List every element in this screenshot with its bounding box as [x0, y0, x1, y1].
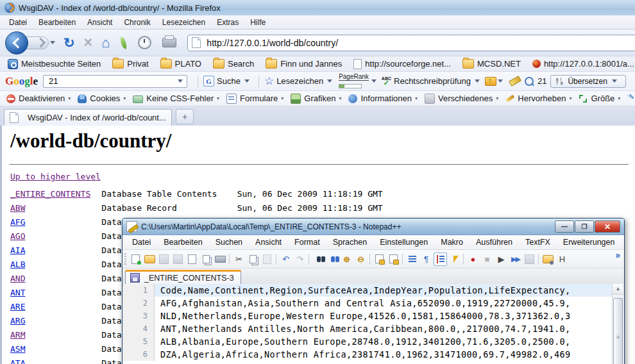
- menu-item[interactable]: Einstellungen: [374, 237, 434, 247]
- menu-item[interactable]: Sprachen: [327, 237, 373, 247]
- chevron-down-icon[interactable]: [327, 79, 332, 83]
- menu-item[interactable]: Lesezeichen: [157, 17, 210, 28]
- scrollbar-thumb[interactable]: ≡: [613, 298, 623, 364]
- line-text[interactable]: AFG,Afghanistan,Asia,Southern and Centra…: [155, 297, 623, 310]
- undo-icon[interactable]: ↶: [279, 252, 292, 266]
- menu-item[interactable]: Fenster: [622, 237, 625, 247]
- line-text[interactable]: ALB,Albania,Europe,Southern Europe,28748…: [155, 335, 623, 348]
- feed-leaf-icon[interactable]: [119, 37, 128, 49]
- directory-entry-link[interactable]: AND: [10, 274, 25, 283]
- menu-item[interactable]: Bearbeiten: [33, 17, 81, 28]
- scroll-up-arrow[interactable]: ▲: [613, 284, 623, 295]
- chevron-down-icon[interactable]: [612, 79, 617, 83]
- webdev-menu-item[interactable]: Größe: [576, 94, 623, 103]
- indent-guide-icon[interactable]: [434, 252, 447, 266]
- new-file-icon[interactable]: [129, 252, 142, 266]
- menu-item[interactable]: Ausführen: [470, 237, 518, 247]
- menu-item[interactable]: Makro: [435, 237, 469, 247]
- firefox-titlebar[interactable]: WsgiDAV - Index of /world-db/country/ - …: [0, 0, 635, 15]
- google-search-box[interactable]: [43, 75, 187, 88]
- menu-item[interactable]: Bearbeiten: [158, 237, 208, 247]
- sync-vertical-scroll-icon[interactable]: [373, 252, 386, 266]
- webdev-menu-item[interactable]: Hervorheben: [503, 94, 574, 103]
- paste-icon[interactable]: [260, 252, 274, 266]
- bookmark-item[interactable]: http://sourceforge.net...: [350, 58, 455, 70]
- directory-entry-link[interactable]: _ENTIRE_CONTENTS: [10, 189, 90, 199]
- menu-item[interactable]: Ansicht: [82, 17, 117, 28]
- history-dropdown[interactable]: [50, 41, 55, 44]
- directory-entry-link[interactable]: ARG: [10, 316, 25, 326]
- line-text[interactable]: Code,Name,Continent,Region,SurfaceArea,I…: [155, 284, 623, 297]
- document-tab[interactable]: _ENTIRE_CONTENTS-3: [125, 270, 241, 285]
- cut-icon[interactable]: ✂: [232, 252, 246, 266]
- up-to-higher-level-link[interactable]: Up to higher level: [10, 172, 101, 181]
- send-to-icon[interactable]: [485, 77, 496, 86]
- directory-entry-link[interactable]: AGO: [10, 231, 25, 241]
- webdev-menu-item[interactable]: Formulare: [224, 94, 286, 104]
- menu-item[interactable]: Chronik: [119, 17, 155, 28]
- back-button[interactable]: [5, 31, 28, 54]
- chevron-down-icon[interactable]: [498, 79, 503, 83]
- google-search-input[interactable]: [47, 76, 176, 87]
- translate-button[interactable]: ai7ä Übersetzen: [550, 75, 625, 88]
- find-counter[interactable]: 21: [523, 76, 548, 86]
- plugins-folder-icon[interactable]: [541, 252, 555, 266]
- close-button[interactable]: ✕: [595, 220, 620, 233]
- menu-item[interactable]: Suchen: [210, 237, 248, 247]
- line-text[interactable]: NLD,Netherlands,Europe,Western Europe,41…: [155, 310, 623, 322]
- notepad-titlebar[interactable]: C:\Users\Martin\AppData\Local\Temp\_ENTI…: [123, 219, 624, 235]
- webdev-menu-item[interactable]: Keine CSS-Fehler: [130, 94, 222, 103]
- save-all-icon[interactable]: [171, 252, 185, 266]
- editor-line[interactable]: 6 DZA,Algeria,Africa,Northern Africa,238…: [123, 348, 623, 361]
- html-preview-icon[interactable]: H: [555, 252, 569, 266]
- zoom-out-icon[interactable]: ⊖: [354, 252, 368, 266]
- editor-line[interactable]: 3 NLD,Netherlands,Europe,Western Europe,…: [123, 310, 623, 322]
- user-define-dialog-icon[interactable]: [448, 252, 461, 266]
- minimize-button[interactable]: —: [555, 220, 574, 233]
- print-button[interactable]: [162, 38, 176, 47]
- maximize-button[interactable]: ❐: [575, 220, 594, 233]
- bookmark-item[interactable]: Finn und Jannes: [262, 58, 346, 69]
- show-all-characters-icon[interactable]: ¶: [419, 252, 433, 266]
- webdev-menu-item[interactable]: Deaktivieren: [4, 94, 73, 103]
- chevron-down-icon[interactable]: [371, 79, 377, 83]
- directory-entry-link[interactable]: ARM: [10, 330, 25, 340]
- separator-icon[interactable]: [228, 252, 232, 266]
- print-icon[interactable]: [214, 252, 227, 266]
- line-text[interactable]: ANT,Netherlands Antilles,North America,C…: [155, 322, 623, 335]
- pagerank-indicator[interactable]: PageRank: [337, 74, 370, 88]
- webdev-menu-item[interactable]: Extras: [625, 94, 635, 103]
- menu-item[interactable]: Datei: [4, 17, 32, 28]
- copy-icon[interactable]: [246, 252, 260, 266]
- separator-icon[interactable]: [537, 252, 541, 266]
- webdev-menu-item[interactable]: Cookies: [75, 94, 128, 103]
- editor-vertical-scrollbar[interactable]: ▲ ≡: [612, 284, 623, 364]
- directory-entry-link[interactable]: AIA: [10, 245, 25, 255]
- editor-line[interactable]: 1 Code,Name,Continent,Region,SurfaceArea…: [123, 284, 623, 297]
- google-bookmarks-button[interactable]: ☆ Lesezeichen: [263, 74, 337, 88]
- editor-line[interactable]: 5 ALB,Albania,Europe,Southern Europe,287…: [123, 335, 623, 348]
- url-input[interactable]: [205, 37, 635, 49]
- bookmark-item[interactable]: MCSD.NET: [459, 58, 525, 69]
- directory-entry-link[interactable]: AFG: [10, 217, 25, 227]
- bookmark-item[interactable]: http://127.0.0.1:8001/a...: [529, 58, 635, 69]
- url-bar[interactable]: [187, 35, 635, 51]
- spellcheck-button[interactable]: ABC✓ Rechtschreibprüfung: [380, 76, 485, 87]
- history-clock-icon[interactable]: [138, 36, 151, 49]
- webdev-menu-item[interactable]: Informationen: [346, 94, 420, 103]
- toolbar-overflow-icon[interactable]: »: [615, 250, 622, 260]
- menu-item[interactable]: Extras: [212, 17, 244, 28]
- highlighter-icon[interactable]: [509, 76, 521, 87]
- directory-entry-link[interactable]: ATA: [10, 358, 25, 364]
- close-file-icon[interactable]: [185, 252, 199, 266]
- stop-macro-icon[interactable]: ■: [480, 252, 494, 266]
- save-macro-icon[interactable]: [523, 252, 536, 266]
- zoom-in-icon[interactable]: ⊕: [340, 252, 353, 266]
- menu-item[interactable]: TextFX: [520, 237, 556, 247]
- home-button[interactable]: ⌂: [101, 36, 110, 50]
- directory-entry-link[interactable]: ANT: [10, 288, 25, 297]
- menu-item[interactable]: Format: [289, 237, 326, 247]
- directory-entry-link[interactable]: ABW: [10, 203, 25, 213]
- webdev-menu-item[interactable]: Verschiedenes: [422, 94, 501, 104]
- menu-item[interactable]: Erweiterungen: [557, 237, 621, 247]
